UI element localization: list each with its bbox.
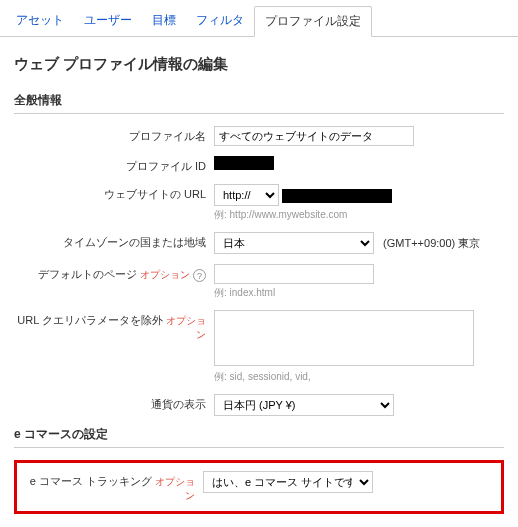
label-ecommerce-tracking: e コマース トラッキングオプション (23, 471, 203, 503)
hint-default-page: 例: index.html (214, 286, 504, 300)
page-title: ウェブ プロファイル情報の編集 (14, 55, 504, 74)
ecommerce-tracking-select[interactable]: はい、e コマース サイトです (203, 471, 373, 493)
tab-goal[interactable]: 目標 (142, 6, 186, 36)
label-profile-id: プロファイル ID (14, 156, 214, 174)
label-website-url: ウェブサイトの URL (14, 184, 214, 202)
timezone-offset: (GMT++09:00) 東京 (383, 237, 480, 249)
section-general: 全般情報 (14, 92, 504, 114)
currency-select[interactable]: 日本円 (JPY ¥) (214, 394, 394, 416)
website-url-redacted (282, 189, 392, 203)
tab-user[interactable]: ユーザー (74, 6, 142, 36)
label-timezone: タイムゾーンの国または地域 (14, 232, 214, 250)
ecommerce-highlight-box: e コマース トラッキングオプション はい、e コマース サイトです (14, 460, 504, 514)
scheme-select[interactable]: http:// (214, 184, 279, 206)
default-page-input[interactable] (214, 264, 374, 284)
tab-profile-settings[interactable]: プロファイル設定 (254, 6, 372, 37)
profile-id-redacted (214, 156, 274, 170)
timezone-select[interactable]: 日本 (214, 232, 374, 254)
tab-asset[interactable]: アセット (6, 6, 74, 36)
label-default-page: デフォルトのページオプション? (14, 264, 214, 282)
profile-name-input[interactable] (214, 126, 414, 146)
label-url-query-exclude: URL クエリパラメータを除外オプション (14, 310, 214, 342)
hint-website-url: 例: http://www.mywebsite.com (214, 208, 504, 222)
section-ecommerce: e コマースの設定 (14, 426, 504, 448)
label-profile-name: プロファイル名 (14, 126, 214, 144)
url-query-exclude-input[interactable] (214, 310, 474, 366)
label-currency: 通貨の表示 (14, 394, 214, 412)
help-icon[interactable]: ? (193, 269, 206, 282)
tab-bar: アセット ユーザー 目標 フィルタ プロファイル設定 (0, 0, 518, 37)
tab-filter[interactable]: フィルタ (186, 6, 254, 36)
hint-url-query: 例: sid, sessionid, vid, (214, 370, 504, 384)
